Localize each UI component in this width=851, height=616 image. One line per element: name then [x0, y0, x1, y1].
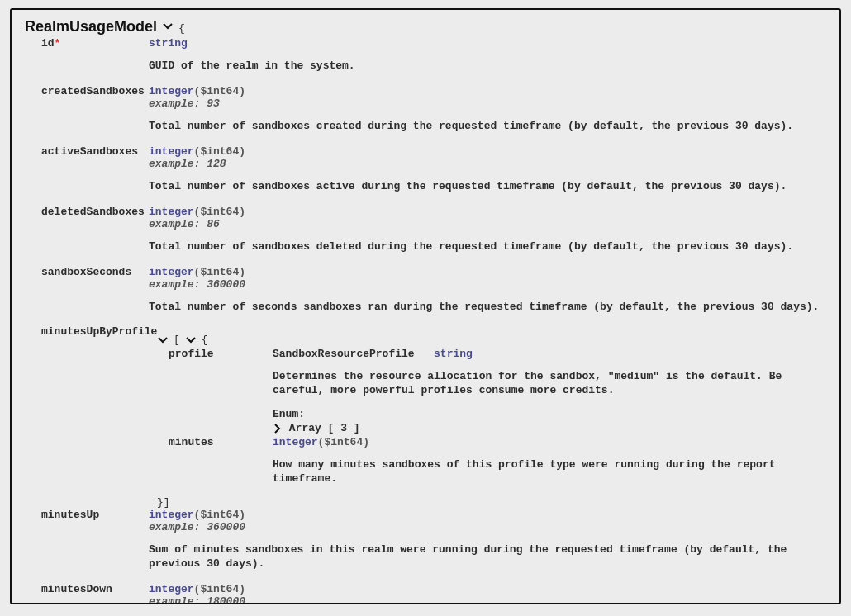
example-line: example: 180000 [149, 595, 826, 604]
property-name: activeSandboxes [25, 145, 149, 158]
property-name: minutesUpByProfile [25, 325, 149, 338]
chevron-down-icon[interactable] [157, 335, 169, 345]
array-open-bracket: [ [174, 334, 180, 346]
type-keyword: integer [149, 509, 194, 521]
sub-property-name: minutes [149, 436, 273, 448]
type-format: ($int64) [318, 436, 369, 448]
type-keyword: integer [273, 436, 318, 448]
required-star-icon: * [55, 37, 61, 50]
property-name: sandboxSeconds [25, 266, 149, 278]
type-format: ($int64) [194, 509, 245, 521]
type-format: ($int64) [194, 266, 245, 278]
type-format: ($int64) [194, 206, 245, 218]
enum-array-toggle[interactable]: Array [ 3 ] [289, 422, 360, 434]
type-keyword: string [149, 37, 188, 50]
schema-ref-name: SandboxResourceProfile [273, 348, 415, 360]
chevron-down-icon[interactable] [185, 335, 197, 345]
array-close-bracket: }] [149, 496, 826, 509]
object-open-brace: { [202, 334, 208, 346]
property-name: deletedSandboxes [25, 206, 149, 218]
chevron-down-icon[interactable] [162, 21, 174, 31]
property-name-id: id [41, 37, 55, 50]
property-description: Sum of minutes sandboxes in this realm w… [149, 543, 826, 571]
sub-property-name: profile [149, 348, 273, 360]
enum-label: Enum: [273, 408, 826, 420]
property-description: GUID of the realm in the system. [149, 59, 826, 73]
type-keyword: integer [149, 266, 194, 278]
type-keyword: integer [149, 206, 194, 218]
example-line: example: 86 [149, 218, 826, 230]
property-name: minutesUp [25, 509, 149, 521]
open-brace: { [178, 22, 185, 35]
type-keyword: integer [149, 145, 194, 158]
property-description: Total number of sandboxes created during… [149, 120, 826, 134]
example-line: example: 360000 [149, 278, 826, 291]
type-format: ($int64) [194, 145, 245, 158]
property-description: Total number of seconds sandboxes ran du… [149, 301, 826, 315]
type-format: ($int64) [194, 85, 245, 97]
property-description: Total number of sandboxes deleted during… [149, 240, 826, 254]
model-name[interactable]: RealmUsageModel [25, 18, 157, 36]
property-name: minutesDown [25, 583, 149, 595]
property-description: Determines the resource allocation for t… [273, 370, 826, 398]
type-keyword: integer [149, 583, 194, 595]
type-keyword: string [434, 348, 473, 360]
example-line: example: 93 [149, 97, 826, 110]
example-line: example: 128 [149, 158, 826, 170]
model-panel: RealmUsageModel { id* string GUID of the… [10, 8, 841, 604]
type-format: ($int64) [194, 583, 245, 595]
property-name: createdSandboxes [25, 85, 149, 97]
property-description: How many minutes sandboxes of this profi… [273, 458, 826, 486]
example-line: example: 360000 [149, 521, 826, 533]
property-description: Total number of sandboxes active during … [149, 180, 826, 194]
type-keyword: integer [149, 85, 194, 97]
chevron-right-icon[interactable] [273, 422, 289, 434]
